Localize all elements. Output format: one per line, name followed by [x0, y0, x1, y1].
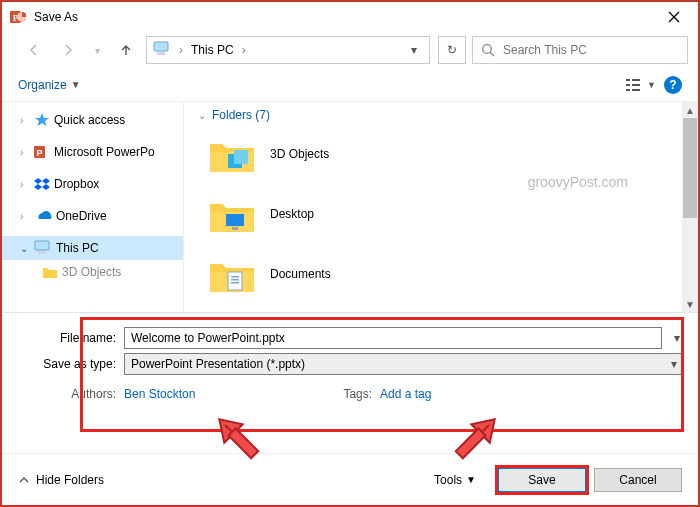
footer: Hide Folders Tools ▼ Save Cancel: [2, 453, 698, 505]
folder-icon: [208, 194, 256, 234]
tree-dropbox[interactable]: › Dropbox: [2, 172, 183, 196]
breadcrumb-separator-icon: ›: [179, 43, 183, 57]
chevron-down-icon: ▼: [647, 80, 656, 90]
authors-value[interactable]: Ben Stockton: [124, 387, 195, 401]
tools-label: Tools: [434, 473, 462, 487]
breadcrumb-this-pc[interactable]: This PC: [191, 43, 234, 57]
view-options-button[interactable]: ▼: [626, 74, 656, 96]
authors-label: Authors:: [16, 387, 116, 401]
tree-powerpoint[interactable]: › P Microsoft PowerPo: [2, 140, 183, 164]
tools-menu[interactable]: Tools ▼: [434, 473, 476, 487]
tree-onedrive[interactable]: › OneDrive: [2, 204, 183, 228]
chevron-down-icon: ⌄: [20, 243, 30, 254]
view-options-icon: [626, 78, 645, 92]
body-split: › Quick access › P Microsoft PowerPo › D…: [2, 102, 698, 312]
content-pane: ⌄ Folders (7) 3D Objects Desktop Documen…: [184, 102, 698, 312]
scroll-down-icon: ▼: [682, 296, 698, 312]
svg-point-5: [483, 45, 492, 54]
folder-documents[interactable]: Documents: [194, 244, 698, 304]
navigation-tree: › Quick access › P Microsoft PowerPo › D…: [2, 102, 184, 312]
up-button[interactable]: [112, 36, 140, 64]
search-box[interactable]: [472, 36, 688, 64]
chevron-right-icon: ›: [20, 179, 30, 190]
folder-label: 3D Objects: [270, 147, 329, 161]
close-icon: [668, 11, 680, 23]
svg-rect-20: [228, 272, 242, 290]
chevron-down-icon: ▼: [71, 79, 81, 90]
organize-menu[interactable]: Organize ▼: [18, 78, 81, 92]
filename-dropdown[interactable]: ▾: [670, 331, 684, 345]
savetype-select[interactable]: PowerPoint Presentation (*.pptx) ▾: [124, 353, 684, 375]
chevron-down-icon: ▾: [95, 45, 100, 56]
save-label: Save: [528, 473, 555, 487]
svg-rect-15: [38, 251, 46, 254]
tree-3d-objects[interactable]: 3D Objects: [2, 260, 183, 284]
star-icon: [34, 112, 50, 128]
this-pc-icon: [34, 240, 52, 256]
svg-rect-8: [626, 84, 630, 86]
filename-label: File name:: [16, 331, 116, 345]
folder-label: Desktop: [270, 207, 314, 221]
svg-text:P: P: [36, 148, 42, 158]
chevron-right-icon: ›: [20, 115, 30, 126]
chevron-down-icon: ▾: [671, 357, 677, 371]
folder-label: Documents: [270, 267, 331, 281]
svg-rect-19: [232, 227, 238, 230]
folder-icon: [208, 254, 256, 294]
svg-rect-7: [632, 79, 640, 81]
scrollbar-vertical[interactable]: ▲ ▼: [682, 102, 698, 312]
search-input[interactable]: [501, 42, 679, 58]
help-icon: ?: [669, 78, 676, 92]
folders-header-label: Folders (7): [212, 108, 270, 122]
tree-quick-access[interactable]: › Quick access: [2, 108, 183, 132]
arrow-right-icon: [60, 42, 76, 58]
window-title: Save As: [34, 10, 78, 24]
search-icon: [481, 43, 495, 57]
help-button[interactable]: ?: [664, 76, 682, 94]
onedrive-icon: [34, 209, 52, 223]
nav-row: ▾ › This PC › ▾ ↻: [2, 32, 698, 68]
forward-button[interactable]: [54, 36, 82, 64]
toolbar: Organize ▼ ▼ ?: [2, 68, 698, 102]
recent-locations-button[interactable]: ▾: [88, 36, 106, 64]
refresh-icon: ↻: [447, 43, 457, 57]
save-fields: File name: ▾ Save as type: PowerPoint Pr…: [2, 312, 698, 411]
svg-rect-23: [231, 282, 239, 284]
organize-label: Organize: [18, 78, 67, 92]
powerpoint-app-icon: P: [10, 9, 26, 25]
svg-rect-11: [632, 89, 640, 91]
svg-rect-10: [626, 89, 630, 91]
back-button[interactable]: [20, 36, 48, 64]
chevron-right-icon: ›: [20, 147, 30, 158]
dropbox-icon: [34, 176, 50, 192]
chevron-right-icon: ›: [20, 211, 30, 222]
svg-rect-3: [154, 42, 168, 51]
address-dropdown[interactable]: ▾: [405, 43, 423, 57]
svg-rect-14: [35, 241, 49, 250]
chevron-down-icon: ⌄: [198, 110, 206, 121]
svg-rect-22: [231, 279, 239, 281]
tree-label: 3D Objects: [62, 265, 121, 279]
tree-label: Dropbox: [54, 177, 99, 191]
filename-input[interactable]: [124, 327, 662, 349]
cancel-button[interactable]: Cancel: [594, 468, 682, 492]
hide-folders-button[interactable]: Hide Folders: [18, 473, 104, 487]
svg-rect-6: [626, 79, 630, 81]
svg-rect-21: [231, 276, 239, 278]
refresh-button[interactable]: ↻: [438, 36, 466, 64]
tags-value[interactable]: Add a tag: [380, 387, 431, 401]
tree-label: This PC: [56, 241, 99, 255]
svg-rect-17: [234, 150, 248, 164]
folders-group-header[interactable]: ⌄ Folders (7): [194, 102, 698, 124]
folder-icon: [208, 134, 256, 174]
tree-this-pc[interactable]: ⌄ This PC: [2, 236, 183, 260]
title-bar: P Save As: [2, 2, 698, 32]
close-button[interactable]: [654, 3, 694, 31]
folder-desktop[interactable]: Desktop: [194, 184, 698, 244]
chevron-down-icon: ▼: [466, 474, 476, 485]
save-button[interactable]: Save: [498, 468, 586, 492]
folder-icon: [42, 264, 58, 280]
address-bar[interactable]: › This PC › ▾: [146, 36, 430, 64]
tags-label: Tags:: [343, 387, 372, 401]
chevron-up-icon: [18, 474, 30, 486]
